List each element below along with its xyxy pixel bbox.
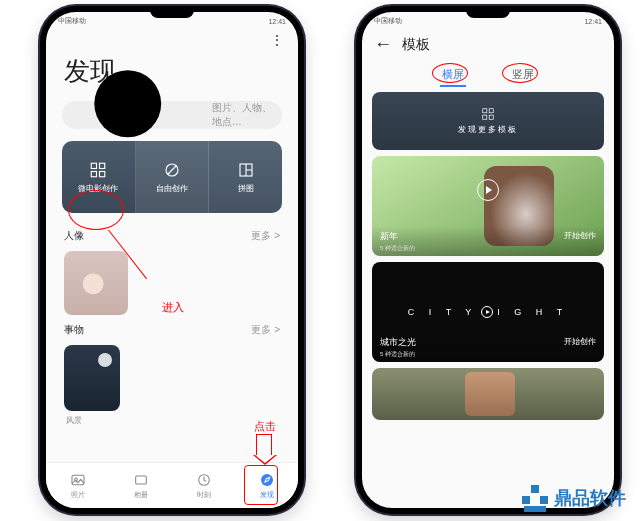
annot-ring-nav xyxy=(244,465,278,505)
card-title: 发现更多模板 xyxy=(458,124,518,135)
carrier: 中国移动 xyxy=(58,16,86,26)
card-more-templates[interactable]: 发现更多模板 xyxy=(372,92,604,150)
brand-mark-icon xyxy=(522,485,548,511)
search-input[interactable]: 图片、人物、地点… xyxy=(62,101,282,129)
people-thumb[interactable] xyxy=(64,251,128,315)
kebab-icon[interactable]: ⋮ xyxy=(270,32,284,48)
brand-text: 鼎品软件 xyxy=(554,486,626,510)
annot-enter: 进入 xyxy=(162,300,184,315)
card-logo: C I T Y I G H T xyxy=(408,306,568,318)
grid-icon xyxy=(481,107,495,121)
logo-part-a: C I T Y xyxy=(408,307,478,317)
notch xyxy=(150,8,194,18)
notch xyxy=(466,8,510,18)
album-icon xyxy=(133,472,149,488)
svg-rect-17 xyxy=(489,109,493,113)
back-icon[interactable]: ← xyxy=(374,34,392,55)
header-title: 模板 xyxy=(402,36,430,54)
cat-collage[interactable]: 拼图 xyxy=(209,141,282,213)
svg-rect-16 xyxy=(483,109,487,113)
play-icon[interactable] xyxy=(477,179,499,201)
nav-label: 照片 xyxy=(71,490,85,500)
annot-ring-tab xyxy=(432,63,468,83)
play-icon[interactable] xyxy=(481,306,493,318)
tabs: 横屏 竖屏 xyxy=(362,59,614,92)
card-image xyxy=(465,372,515,416)
card-footer: 新年 5 种适合新的 开始创作 xyxy=(372,226,604,256)
tab-portrait[interactable]: 竖屏 xyxy=(506,65,540,84)
card-citylight[interactable]: C I T Y I G H T 城市之光 5 种适合新的 开始创作 xyxy=(372,262,604,362)
nav-label: 时刻 xyxy=(197,490,211,500)
more-link[interactable]: 更多 > xyxy=(251,229,280,243)
logo-part-b: I G H T xyxy=(497,307,568,317)
circle-slash-icon xyxy=(163,161,181,179)
tab-landscape[interactable]: 横屏 xyxy=(436,65,470,84)
cat-label: 拼图 xyxy=(238,183,254,194)
title-row: ⋮ xyxy=(46,30,298,50)
annot-arrow-icon xyxy=(256,434,272,456)
svg-point-0 xyxy=(94,70,161,137)
phone-right: 中国移动 12:41 ← 模板 横屏 竖屏 发现更多模板 xyxy=(356,6,620,514)
screen-templates: 中国移动 12:41 ← 模板 横屏 竖屏 发现更多模板 xyxy=(362,12,614,508)
nav-moments[interactable]: 时刻 xyxy=(172,463,235,508)
card-newyear[interactable]: 新年 5 种适合新的 开始创作 xyxy=(372,156,604,256)
nav-label: 相册 xyxy=(134,490,148,500)
svg-rect-4 xyxy=(92,171,97,176)
svg-line-7 xyxy=(168,165,177,174)
more-link[interactable]: 更多 > xyxy=(251,323,280,337)
card-footer: 城市之光 5 种适合新的 开始创作 xyxy=(372,332,604,362)
nav-albums[interactable]: 相册 xyxy=(109,463,172,508)
svg-rect-19 xyxy=(489,115,493,119)
header: ← 模板 xyxy=(362,30,614,59)
collage-icon xyxy=(237,161,255,179)
thumb-caption: 风景 xyxy=(46,415,298,426)
nav-photos[interactable]: 照片 xyxy=(46,463,109,508)
card-sub: 5 种适合新的 xyxy=(380,244,415,253)
annot-ring-category xyxy=(68,190,124,230)
clock: 12:41 xyxy=(268,18,286,25)
svg-rect-18 xyxy=(483,115,487,119)
search-placeholder: 图片、人物、地点… xyxy=(212,101,272,129)
annot-ring-tab xyxy=(502,63,538,83)
svg-rect-13 xyxy=(135,476,146,484)
star-icon xyxy=(196,472,212,488)
cat-free[interactable]: 自由创作 xyxy=(136,141,210,213)
card-title: 新年 xyxy=(380,230,415,243)
section-title: 事物 xyxy=(64,323,84,337)
svg-rect-3 xyxy=(100,163,105,168)
card-list: 发现更多模板 新年 5 种适合新的 开始创作 C I T Y I G H T xyxy=(362,92,614,508)
card-action[interactable]: 开始创作 xyxy=(564,230,596,253)
grid-icon xyxy=(89,161,107,179)
things-thumb[interactable] xyxy=(64,345,120,411)
card-action[interactable]: 开始创作 xyxy=(564,336,596,359)
card-title: 城市之光 xyxy=(380,336,416,349)
photo-icon xyxy=(70,472,86,488)
carrier: 中国移动 xyxy=(374,16,402,26)
phone-left: 中国移动 12:41 ⋮ 发现 图片、人物、地点… 微电影创作 自由创作 拼图 xyxy=(40,6,304,514)
cat-label: 自由创作 xyxy=(156,183,188,194)
section-things: 事物 更多 > xyxy=(46,319,298,341)
card-running[interactable] xyxy=(372,368,604,420)
svg-rect-5 xyxy=(100,171,105,176)
screen-discover: 中国移动 12:41 ⋮ 发现 图片、人物、地点… 微电影创作 自由创作 拼图 xyxy=(46,12,298,508)
svg-rect-2 xyxy=(92,163,97,168)
section-title: 人像 xyxy=(64,229,84,243)
card-sub: 5 种适合新的 xyxy=(380,350,416,359)
clock: 12:41 xyxy=(584,18,602,25)
brand-logo: 鼎品软件 xyxy=(522,485,626,511)
